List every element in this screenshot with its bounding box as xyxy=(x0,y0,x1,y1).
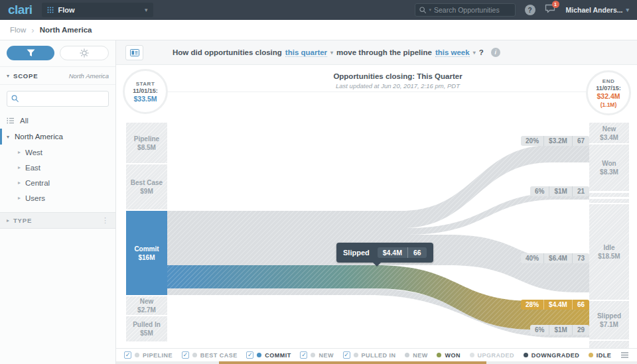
legend-toggle-new[interactable]: ✓NEW xyxy=(300,351,334,359)
legend-label: NEW xyxy=(318,352,334,359)
node-value: $8.3M xyxy=(600,168,618,176)
sidebar-item-label: Central xyxy=(25,179,50,187)
node-value: $2.7M xyxy=(137,306,156,314)
scope-item-all-label: All xyxy=(20,117,29,125)
checkbox-icon[interactable]: ✓ xyxy=(300,351,307,359)
breadcrumb-flow-link[interactable]: Flow xyxy=(10,26,26,34)
node-label: Commit xyxy=(134,245,159,253)
target-node-sliver-2[interactable] xyxy=(589,199,629,203)
left-node-commit[interactable]: Commit$16M xyxy=(126,211,167,295)
question-period-dropdown[interactable]: this quarter xyxy=(285,48,327,57)
notifications-button[interactable]: 1 xyxy=(545,4,555,16)
chevron-down-icon: ▾ xyxy=(145,7,148,13)
legend-dot xyxy=(437,353,441,357)
scrollbar-thumb[interactable] xyxy=(219,361,486,364)
question-timeframe-dropdown[interactable]: this week xyxy=(435,48,470,57)
end-date: 11/07/15: xyxy=(596,85,621,91)
scope-search-box[interactable] xyxy=(7,91,109,107)
end-value: $32.4M xyxy=(597,92,620,100)
left-node-pulled-in[interactable]: Pulled In$5M xyxy=(126,316,167,341)
checkbox-icon[interactable]: ✓ xyxy=(246,351,253,359)
legend-toggle-pipeline[interactable]: ✓PIPELINE xyxy=(124,351,173,359)
checkbox-icon[interactable]: ✓ xyxy=(343,351,350,359)
legend-list-icon[interactable] xyxy=(620,349,629,361)
checkbox-icon[interactable]: ✓ xyxy=(124,351,131,359)
legend-status-idle[interactable]: IDLE xyxy=(589,352,612,359)
legend-toggle-pulled-in[interactable]: ✓PULLED IN xyxy=(343,351,396,359)
flow-pill-segment: 73 xyxy=(572,253,589,263)
chevron-down-icon[interactable]: ▾ xyxy=(330,50,333,56)
main-content: How did opportunities closing this quart… xyxy=(116,40,637,364)
question-part1: How did opportunities closing xyxy=(173,48,282,56)
flow-pill-segment: 6% xyxy=(530,186,549,196)
legend-toggle-best-case[interactable]: ✓BEST CASE xyxy=(182,351,238,359)
search-opportunities-box[interactable]: ▾ xyxy=(415,3,516,17)
chevron-down-icon[interactable]: ▾ xyxy=(473,50,476,56)
right-node-slipped[interactable]: Slipped$7.1M xyxy=(589,301,629,339)
right-node-idle[interactable]: Idle$18.5M xyxy=(589,204,629,300)
legend-dot xyxy=(257,353,261,357)
legend-label: DOWNGRADED xyxy=(531,352,580,359)
sidebar-item-central[interactable]: ▸Central xyxy=(0,175,115,190)
node-value: $8.5M xyxy=(137,143,156,152)
flow-view-button[interactable] xyxy=(125,45,143,60)
scope-item-north-america[interactable]: ▾ North America xyxy=(0,129,115,145)
legend-label: IDLE xyxy=(597,352,612,359)
legend-label: WON xyxy=(445,352,460,359)
help-button[interactable]: ? xyxy=(525,5,535,15)
filter-sidebar: ▾ SCOPE North America All ▾ N xyxy=(0,40,116,364)
user-menu[interactable]: Michael Anders... ▾ xyxy=(566,6,630,14)
scope-search-input[interactable] xyxy=(23,95,104,103)
node-label: Pulled In xyxy=(133,320,161,329)
sidebar-item-users[interactable]: ▸Users xyxy=(0,190,115,206)
search-icon xyxy=(419,7,427,14)
search-opportunities-input[interactable] xyxy=(434,6,510,14)
node-value: $7.1M xyxy=(600,320,618,329)
scope-item-all[interactable]: All xyxy=(0,113,115,129)
type-section-header[interactable]: ▸ TYPE ⋮ xyxy=(0,212,115,229)
right-node-won[interactable]: Won$8.3M xyxy=(589,145,629,191)
app-switcher-dropdown[interactable]: Flow ▾ xyxy=(42,3,153,17)
target-node-sliver-1[interactable] xyxy=(589,193,629,197)
tooltip-label: Slipped xyxy=(343,249,370,257)
scope-section-header[interactable]: ▾ SCOPE North America xyxy=(0,67,115,85)
legend-toggle-commit[interactable]: ✓COMMIT xyxy=(246,351,291,359)
end-label: END xyxy=(602,78,614,84)
checkbox-icon[interactable]: ✓ xyxy=(182,351,189,359)
kebab-menu-icon[interactable]: ⋮ xyxy=(102,216,109,225)
search-icon xyxy=(11,95,19,103)
flow-pill-segment: 67 xyxy=(572,136,589,146)
info-icon[interactable]: i xyxy=(491,48,500,57)
legend-label: COMMIT xyxy=(265,352,291,359)
horizontal-scrollbar xyxy=(116,361,637,364)
node-value: $9M xyxy=(140,187,153,196)
legend-dot xyxy=(135,353,139,357)
left-node-best-case[interactable]: Best Case$9M xyxy=(126,164,167,210)
sidebar-tab-settings[interactable] xyxy=(60,46,109,60)
node-value: $16M xyxy=(138,253,155,262)
search-scope-caret-icon: ▾ xyxy=(429,7,432,13)
sidebar-item-label: Users xyxy=(25,194,45,202)
sidebar-tab-filters[interactable] xyxy=(7,46,54,60)
left-node-new[interactable]: New$2.7M xyxy=(126,296,167,315)
target-node-partial[interactable] xyxy=(589,341,629,348)
right-node-new[interactable]: New$3.4M xyxy=(589,123,629,143)
flow-label-pill: 20%$3.2M67 xyxy=(521,136,589,146)
legend-status-downgraded[interactable]: DOWNGRADED xyxy=(524,352,580,359)
start-date: 11/01/15: xyxy=(133,88,158,94)
flow-pill-segment: $1M xyxy=(549,186,571,196)
notification-badge: 1 xyxy=(552,1,559,8)
question-suffix: ? xyxy=(479,48,484,56)
flow-commit-to-won[interactable] xyxy=(167,145,589,228)
node-value: $5M xyxy=(140,329,153,337)
question-bar: How did opportunities closing this quart… xyxy=(116,40,637,65)
legend-status-upgraded[interactable]: UPGRADED xyxy=(470,352,515,359)
legend-status-new[interactable]: NEW xyxy=(405,352,428,359)
legend-status-won[interactable]: WON xyxy=(437,352,460,359)
sidebar-item-label: East xyxy=(25,164,40,172)
sidebar-item-west[interactable]: ▸West xyxy=(0,145,115,160)
chevron-down-icon: ▾ xyxy=(7,73,9,79)
clari-flow-app: clari Flow ▾ ▾ ? 1 Michael Anders... xyxy=(0,0,637,364)
sidebar-item-east[interactable]: ▸East xyxy=(0,160,115,175)
left-node-pipeline[interactable]: Pipeline$8.5M xyxy=(126,123,167,163)
